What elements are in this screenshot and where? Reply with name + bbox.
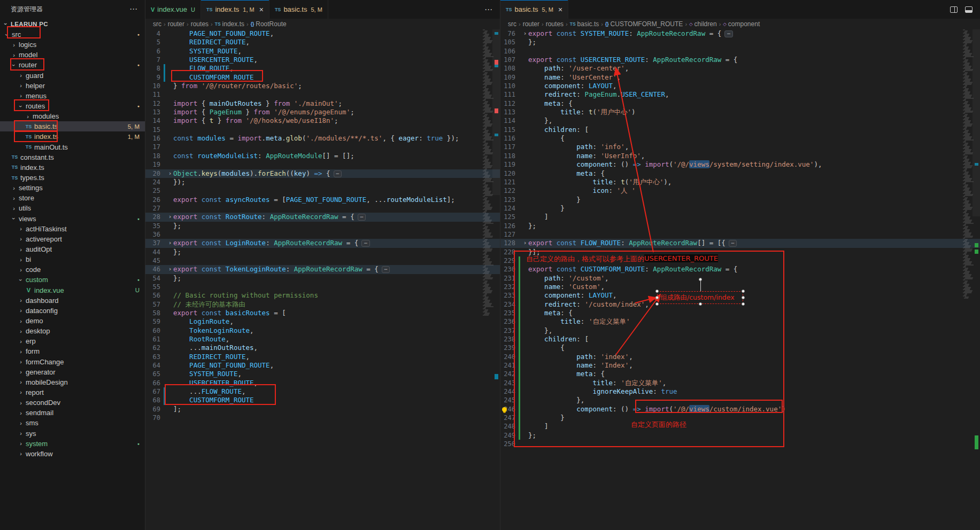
tree-item-workflow[interactable]: ›workflow	[0, 449, 145, 459]
tree-item-index.ts[interactable]: TSindex.ts	[0, 162, 145, 173]
code-line-230[interactable]: 230export const CUSTOMFORM_ROUTE: AppRou…	[500, 265, 980, 274]
tree-item-settings[interactable]: ›settings	[0, 183, 145, 193]
breadcrumb-item-RootRoute[interactable]: RootRoute	[256, 20, 286, 28]
tree-item-modules[interactable]: ›modules	[0, 111, 145, 121]
tree-item-dashboard[interactable]: ›dashboard	[0, 295, 145, 306]
code-line-119[interactable]: 119 component: () => import('/@/views/sy…	[500, 160, 980, 169]
code-line-9[interactable]: 9 CUSTOMFORM_ROUTE	[145, 73, 500, 82]
tree-item-model[interactable]: ›model	[0, 50, 145, 60]
code-line-65[interactable]: 65 SYSTEM_ROUTE,	[145, 370, 500, 378]
code-line-35[interactable]: 35};	[145, 222, 500, 230]
code-line-108[interactable]: 108 path: '/user-center',	[500, 64, 980, 73]
code-line-234[interactable]: 234 redirect: '/custom/index',	[500, 300, 980, 309]
tree-item-generator[interactable]: ›generator	[0, 367, 145, 377]
folded-code-ellipsis[interactable]: ⋯	[334, 170, 342, 177]
code-line-54[interactable]: 54};	[145, 274, 500, 283]
code-line-231[interactable]: 231 path: '/custom',	[500, 274, 980, 283]
close-icon[interactable]: ×	[558, 6, 562, 13]
code-line-67[interactable]: 67 ...FLOW_ROUTE,	[145, 387, 500, 396]
code-editor-basic-ts[interactable]: 76›export const SYSTEM_ROUTE: AppRouteRe…	[500, 29, 980, 530]
tree-item-system[interactable]: ›system●	[0, 439, 145, 449]
tree-item-auditOpt[interactable]: ›auditOpt	[0, 244, 145, 254]
code-line-70[interactable]: 70	[145, 414, 500, 422]
tree-item-activereport[interactable]: ›activereport	[0, 234, 145, 244]
tree-item-custom[interactable]: ›custom●	[0, 275, 145, 285]
code-line-76[interactable]: 76›export const SYSTEM_ROUTE: AppRouteRe…	[500, 29, 980, 38]
tree-item-menus[interactable]: ›menus	[0, 91, 145, 101]
code-line-14[interactable]: 14import { t } from '/@/hooks/web/useI18…	[145, 116, 500, 125]
tree-item-demo[interactable]: ›demo	[0, 316, 145, 326]
breadcrumb-item-routes[interactable]: routes	[546, 20, 564, 28]
tree-item-basic.ts[interactable]: TSbasic.ts5, M	[0, 121, 145, 131]
tree-item-router[interactable]: ›router●	[0, 60, 145, 70]
folded-code-ellipsis[interactable]: ⋯	[361, 240, 369, 247]
code-line-68[interactable]: 68 CUSTOMFORM_ROUTE	[145, 396, 500, 404]
code-line-115[interactable]: 115 children: [	[500, 126, 980, 134]
tab-index.vue[interactable]: Vindex.vueU	[145, 0, 201, 19]
folded-code-ellipsis[interactable]: ⋯	[724, 30, 732, 37]
code-line-120[interactable]: 120 meta: {	[500, 169, 980, 178]
folded-code-ellipsis[interactable]: ⋯	[729, 240, 737, 247]
tree-item-types.ts[interactable]: TStypes.ts	[0, 173, 145, 183]
code-line-17[interactable]: 17	[145, 143, 500, 151]
tree-item-store[interactable]: ›store	[0, 193, 145, 203]
fold-chevron-icon[interactable]: ›	[522, 239, 528, 247]
tree-item-helper[interactable]: ›helper	[0, 81, 145, 91]
code-line-11[interactable]: 11	[145, 90, 500, 99]
code-line-111[interactable]: 111 redirect: PageEnum.USER_CENTER,	[500, 90, 980, 99]
code-line-105[interactable]: 105};	[500, 38, 980, 46]
code-line-235[interactable]: 235 meta: {	[500, 309, 980, 317]
code-line-245[interactable]: 245 },	[500, 396, 980, 404]
code-line-24[interactable]: 24});	[145, 178, 500, 186]
code-line-244[interactable]: 244 ignoreKeepAlive: true	[500, 387, 980, 396]
code-line-4[interactable]: 4 PAGE_NOT_FOUND_ROUTE,	[145, 29, 500, 38]
code-line-233[interactable]: 233 component: LAYOUT,	[500, 291, 980, 300]
breadcrumb-item-index.ts[interactable]: index.ts	[222, 20, 244, 28]
code-line-10[interactable]: 10} from '/@/router/routes/basic';	[145, 82, 500, 90]
split-editor-icon[interactable]	[950, 6, 958, 13]
code-line-27[interactable]: 27	[145, 204, 500, 213]
code-line-20[interactable]: 20›Object.keys(modules).forEach((key) =>…	[145, 169, 500, 178]
tree-item-index.vue[interactable]: Vindex.vueU	[0, 285, 145, 295]
fold-chevron-icon[interactable]: ›	[167, 239, 173, 247]
code-line-107[interactable]: 107export const USERCENTER_ROUTE: AppRou…	[500, 56, 980, 64]
tree-item-desktop[interactable]: ›desktop	[0, 326, 145, 336]
breadcrumb-item-children[interactable]: children	[695, 20, 717, 28]
tree-item-constant.ts[interactable]: TSconstant.ts	[0, 152, 145, 162]
code-line-62[interactable]: 62 ...mainOutRoutes,	[145, 344, 500, 352]
code-line-124[interactable]: 124 }	[500, 204, 980, 213]
lightbulb-icon[interactable]	[502, 407, 507, 412]
tree-item-actHiTaskinst[interactable]: ›actHiTaskinst	[0, 224, 145, 234]
code-line-46[interactable]: 46›export const TokenLoginRoute: AppRout…	[145, 265, 500, 274]
code-line-6[interactable]: 6 SYSTEM_ROUTE,	[145, 47, 500, 56]
code-line-63[interactable]: 63 REDIRECT_ROUTE,	[145, 353, 500, 361]
tree-item-mobileDesign[interactable]: ›mobileDesign	[0, 377, 145, 387]
code-line-248[interactable]: 248 ]	[500, 422, 980, 431]
code-line-106[interactable]: 106	[500, 47, 980, 56]
code-line-112[interactable]: 112 meta: {	[500, 99, 980, 108]
code-line-26[interactable]: 26export const asyncRoutes = [PAGE_NOT_F…	[145, 196, 500, 204]
tree-item-routes[interactable]: ›routes●	[0, 101, 145, 111]
code-line-123[interactable]: 123 }	[500, 196, 980, 204]
tree-item-dataconfig[interactable]: ›dataconfig	[0, 306, 145, 316]
code-line-128[interactable]: 128›export const FLOW_ROUTE: AppRouteRec…	[500, 239, 980, 247]
tree-item-bi[interactable]: ›bi	[0, 254, 145, 264]
code-line-37[interactable]: 37›export const LoginRoute: AppRouteReco…	[145, 239, 500, 247]
fold-chevron-icon[interactable]: ›	[167, 265, 173, 274]
code-line-28[interactable]: 28›export const RootRoute: AppRouteRecor…	[145, 213, 500, 221]
tree-item-sendmail[interactable]: ›sendmail	[0, 408, 145, 418]
code-line-110[interactable]: 110 component: LAYOUT,	[500, 82, 980, 90]
folded-code-ellipsis[interactable]: ⋯	[382, 266, 390, 273]
tree-item-form[interactable]: ›form	[0, 346, 145, 356]
tree-item-mainOut.ts[interactable]: TSmainOut.ts	[0, 142, 145, 152]
code-line-122[interactable]: 122 icon: '人 '	[500, 186, 980, 195]
code-line-249[interactable]: 249};	[500, 431, 980, 440]
tab-basic.ts[interactable]: TSbasic.ts5, M×	[500, 0, 568, 19]
folded-code-ellipsis[interactable]: ⋯	[358, 214, 366, 221]
code-line-127[interactable]: 127	[500, 230, 980, 239]
code-line-36[interactable]: 36	[145, 230, 500, 239]
code-line-240[interactable]: 240 path: 'index',	[500, 353, 980, 361]
tree-item-utils[interactable]: ›utils	[0, 203, 145, 213]
tree-item-sys[interactable]: ›sys	[0, 428, 145, 438]
code-line-5[interactable]: 5 REDIRECT_ROUTE,	[145, 38, 500, 46]
